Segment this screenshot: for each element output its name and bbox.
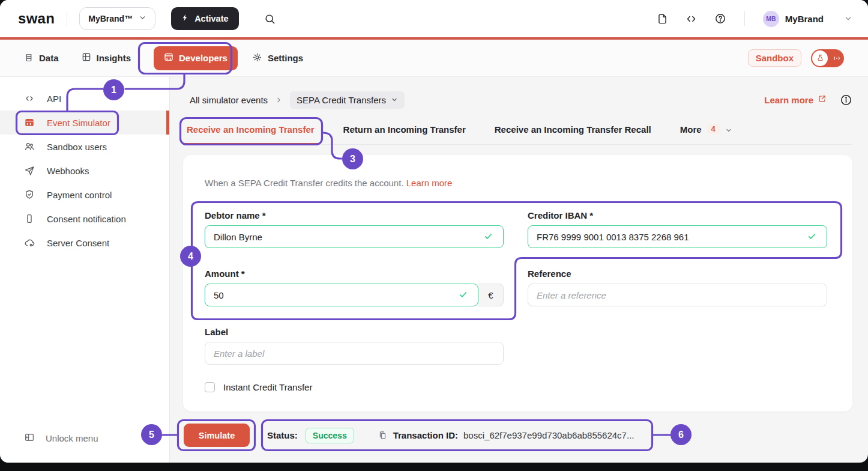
- send-icon: [24, 165, 35, 176]
- phone-icon: [24, 213, 35, 224]
- simulator-form-card: When a SEPA Credit Transfer credits the …: [183, 155, 852, 412]
- chevron-right-icon: [275, 96, 283, 104]
- creditor-iban-input[interactable]: [528, 225, 827, 248]
- chevron-down-icon: [844, 14, 852, 23]
- environment-toggle[interactable]: [811, 49, 844, 67]
- sidebar-label: Server Consent: [47, 238, 109, 248]
- tab-return-incoming-transfer[interactable]: Return an Incoming Transfer: [340, 123, 469, 145]
- transaction-id-value[interactable]: bosci_62f7e937e99d730ab6ab855624c7...: [463, 430, 634, 440]
- activate-label: Activate: [194, 14, 228, 23]
- content-area: API Event Simulator Sandbox users Webhoo…: [0, 77, 868, 463]
- sidebar-item-api[interactable]: API: [0, 87, 169, 111]
- reference-input[interactable]: [528, 284, 827, 306]
- amount-input[interactable]: [205, 284, 478, 306]
- learn-more-label: Learn more: [764, 95, 813, 105]
- amount-label: Amount *: [205, 269, 245, 279]
- nav-label: Developers: [179, 53, 228, 63]
- label-input[interactable]: [205, 342, 504, 365]
- sidebar-item-consent-notification[interactable]: Consent notification: [0, 207, 169, 231]
- label-field-label: Label: [205, 327, 228, 337]
- description-text: When a SEPA Credit Transfer credits the …: [205, 178, 404, 188]
- valid-check-icon: [807, 232, 817, 241]
- sidebar-label: Webhooks: [47, 166, 89, 176]
- sidebar-item-payment-control[interactable]: Payment control: [0, 183, 169, 207]
- transaction-id-label: Transaction ID:: [393, 430, 458, 440]
- tab-receive-incoming-transfer-recall[interactable]: Receive an Incoming Transfer Recall: [491, 123, 655, 145]
- chevron-down-icon: [139, 14, 146, 23]
- unlock-menu-button[interactable]: Unlock menu: [24, 432, 98, 445]
- code-icon: [24, 94, 35, 103]
- database-icon: [24, 52, 34, 64]
- chevron-down-icon: [725, 126, 732, 136]
- sidebar-item-server-consent[interactable]: Server Consent: [0, 231, 169, 255]
- topbar: swan MyBrand™ Activate MB MyBrand: [0, 0, 868, 37]
- nav-item-developers[interactable]: Developers: [154, 46, 238, 70]
- account-name: MyBrand: [785, 14, 824, 24]
- breadcrumb-root[interactable]: All simulator events: [190, 95, 268, 105]
- activate-button[interactable]: Activate: [171, 7, 238, 30]
- instant-credit-transfer-row: Instant Credit Transfer: [205, 382, 312, 392]
- tab-label: Receive an Incoming Transfer Recall: [495, 124, 651, 135]
- sidebar-label: Payment control: [47, 190, 112, 200]
- event-simulator-icon: [24, 117, 35, 128]
- dev-window-icon: [164, 52, 173, 64]
- learn-more-link[interactable]: Learn more: [764, 94, 827, 105]
- lightning-bolt-icon: [181, 13, 189, 24]
- nav-item-insights[interactable]: Insights: [82, 52, 131, 64]
- breadcrumb: All simulator events SEPA Credit Transfe…: [190, 90, 852, 109]
- app-window: swan MyBrand™ Activate MB MyBrand Da: [0, 0, 868, 463]
- sidebar-label: Consent notification: [47, 214, 126, 224]
- debtor-name-label: Debtor name *: [205, 210, 266, 220]
- nav-label: Insights: [97, 53, 131, 63]
- sidebar-label: Event Simulator: [47, 118, 110, 128]
- sidebar-label: API: [47, 94, 61, 104]
- flask-icon: [812, 50, 828, 66]
- sidebar-item-event-simulator[interactable]: Event Simulator: [0, 111, 169, 135]
- sidebar-label: Sandbox users: [47, 142, 107, 152]
- sandbox-badge: Sandbox: [748, 49, 801, 67]
- chevron-down-icon: [391, 95, 398, 105]
- document-icon[interactable]: [657, 13, 668, 25]
- status-badge: Success: [306, 428, 354, 443]
- swan-logo: swan: [18, 10, 55, 27]
- copy-icon[interactable]: [378, 430, 387, 440]
- brand-selector-label: MyBrand™: [88, 14, 133, 23]
- topbar-actions: MB MyBrand: [657, 11, 852, 27]
- sidebar: API Event Simulator Sandbox users Webhoo…: [0, 77, 170, 463]
- divider: [744, 11, 745, 26]
- sidebar-item-sandbox-users[interactable]: Sandbox users: [0, 135, 169, 159]
- valid-check-icon: [458, 290, 468, 299]
- cloud-gear-icon: [24, 237, 35, 248]
- currency-suffix: €: [478, 284, 504, 306]
- valid-check-icon: [483, 232, 493, 241]
- instant-credit-transfer-checkbox[interactable]: [205, 382, 215, 392]
- section-nav: Data Insights Developers Settings Sandbo…: [0, 40, 868, 77]
- form-description: When a SEPA Credit Transfer credits the …: [205, 178, 452, 188]
- nav-item-data[interactable]: Data: [24, 52, 59, 64]
- account-menu[interactable]: MB MyBrand: [763, 11, 852, 27]
- simulate-button[interactable]: Simulate: [184, 424, 250, 447]
- debtor-name-input[interactable]: [205, 225, 504, 248]
- main-panel: All simulator events SEPA Credit Transfe…: [170, 77, 868, 463]
- help-icon[interactable]: [714, 13, 726, 25]
- nav-item-settings[interactable]: Settings: [252, 52, 303, 64]
- reference-label: Reference: [528, 269, 571, 279]
- tab-label: More: [680, 124, 702, 135]
- more-count-badge: 4: [707, 124, 720, 134]
- gear-icon: [252, 52, 262, 64]
- tab-more[interactable]: More 4: [677, 123, 736, 145]
- description-learn-more-link[interactable]: Learn more: [406, 178, 453, 188]
- brand-selector-button[interactable]: MyBrand™: [79, 7, 155, 30]
- divider: [67, 11, 67, 26]
- search-icon[interactable]: [264, 13, 276, 25]
- shield-check-icon: [24, 189, 35, 200]
- checkbox-label: Instant Credit Transfer: [223, 382, 312, 392]
- info-icon[interactable]: [840, 94, 852, 106]
- tab-receive-incoming-transfer[interactable]: Receive an Incoming Transfer: [183, 123, 318, 145]
- code-icon[interactable]: [685, 13, 698, 25]
- sidebar-item-webhooks[interactable]: Webhooks: [0, 159, 169, 183]
- nav-label: Settings: [268, 53, 303, 63]
- breadcrumb-current-label: SEPA Credit Transfers: [297, 95, 386, 105]
- live-signal-icon: [833, 54, 841, 65]
- breadcrumb-current-dropdown[interactable]: SEPA Credit Transfers: [290, 91, 405, 109]
